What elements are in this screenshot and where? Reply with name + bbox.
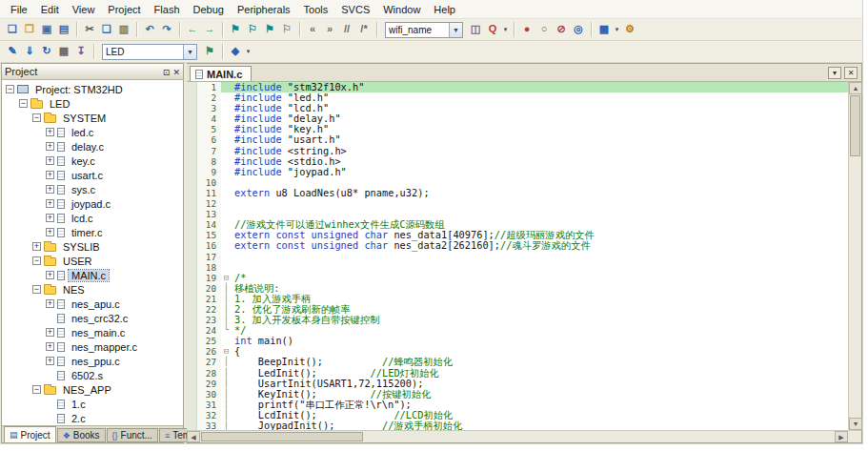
tree-item-6502-s[interactable]: 6502.s (2, 368, 183, 382)
cut-icon[interactable]: ✂ (81, 21, 98, 38)
breakpoint-gutter[interactable] (187, 400, 197, 410)
menu-svcs[interactable]: SVCS (334, 2, 376, 17)
indent-right-icon[interactable]: » (321, 21, 338, 38)
redo-icon[interactable]: ↷ (158, 21, 175, 38)
horizontal-scroll-thumb[interactable] (201, 432, 363, 441)
breakpoint-gutter[interactable] (187, 113, 197, 124)
tree-item-joypad-c[interactable]: +joypad.c (2, 196, 183, 211)
code-text[interactable] (232, 262, 848, 273)
insert-remove-breakpoint-icon[interactable]: ● (518, 21, 535, 38)
code-editor[interactable]: 1#include "stm32f10x.h"2#include "led.h"… (187, 82, 848, 430)
close-icon[interactable]: ✕ (172, 68, 180, 77)
navigate-back-icon[interactable]: ← (184, 21, 201, 38)
code-text[interactable]: JoypadInit(); //游戏手柄初始化 (232, 420, 848, 430)
copy-icon[interactable]: ❑ (98, 21, 115, 38)
tree-item-nes-main-c[interactable]: +nes_main.c (2, 325, 183, 339)
tree-item-led-c[interactable]: +led.c (2, 125, 183, 139)
tree-item-led[interactable]: −LED (2, 96, 183, 111)
expand-icon[interactable]: + (46, 171, 54, 179)
window-layout-icon[interactable]: ▦ (595, 21, 613, 38)
code-text[interactable]: 3. 加入开发板本身自带按键控制 (232, 315, 848, 325)
tree-item-sys-c[interactable]: +sys.c (2, 182, 183, 196)
rebuild-all-icon[interactable]: ↻ (38, 43, 55, 60)
horizontal-scroll-track[interactable] (364, 431, 835, 442)
menu-peripherals[interactable]: Peripherals (231, 2, 297, 17)
tree-item-usart-c[interactable]: +usart.c (2, 168, 183, 182)
manage-run-time-environment-icon[interactable]: ◈ (227, 43, 244, 60)
breakpoint-gutter[interactable] (187, 283, 197, 294)
expand-icon[interactable]: + (46, 214, 54, 222)
expand-icon[interactable]: + (32, 242, 41, 251)
tree-item-nes-apu-c[interactable]: +nes_apu.c (2, 297, 183, 311)
code-text[interactable]: /* (232, 273, 848, 283)
breakpoint-gutter[interactable] (187, 177, 197, 188)
find-icon[interactable]: Q (484, 21, 501, 38)
find-dropdown-icon[interactable]: ▾ (501, 26, 510, 33)
vertical-scrollbar[interactable]: ▲ ▼ (848, 82, 861, 430)
tree-item-delay-c[interactable]: +delay.c (2, 139, 183, 154)
breakpoint-gutter[interactable] (187, 325, 197, 336)
vertical-scroll-thumb[interactable] (850, 95, 860, 156)
breakpoint-gutter[interactable] (187, 410, 197, 420)
scroll-left-icon[interactable]: ◀ (187, 431, 200, 442)
breakpoint-gutter[interactable] (187, 294, 197, 304)
tab-main-c[interactable]: MAIN.c (190, 66, 252, 81)
breakpoint-gutter[interactable] (187, 134, 197, 145)
close-tab-icon[interactable]: ✕ (844, 67, 858, 79)
indent-left-icon[interactable]: « (304, 21, 321, 38)
select-target-input[interactable] (103, 45, 183, 59)
fold-marker[interactable]: ⊟ (221, 346, 232, 357)
horizontal-scrollbar[interactable]: ◀ ▶ (187, 430, 861, 442)
tree-item-nes-app[interactable]: −NES_APP (2, 382, 183, 397)
collapse-icon[interactable]: − (32, 256, 41, 265)
batch-build-icon[interactable]: ▦ (55, 43, 72, 60)
breakpoint-gutter[interactable] (187, 315, 197, 325)
toggle-bookmark-icon[interactable]: ⚑ (227, 21, 244, 38)
breakpoint-gutter[interactable] (187, 357, 197, 367)
code-text[interactable]: */ (232, 325, 848, 336)
collapse-icon[interactable]: − (32, 385, 41, 394)
scroll-up-icon[interactable]: ▲ (849, 82, 862, 94)
select-target-dropdown-icon[interactable]: ▼ (183, 45, 196, 59)
breakpoint-gutter[interactable] (187, 420, 197, 430)
menu-flash[interactable]: Flash (148, 2, 187, 17)
breakpoint-gutter[interactable] (187, 346, 197, 357)
code-text[interactable]: 移植说明: (232, 283, 848, 294)
scroll-down-icon[interactable]: ▼ (849, 418, 862, 430)
tree-item-1-c[interactable]: 1.c (2, 397, 183, 411)
expand-icon[interactable]: + (46, 156, 54, 165)
expand-icon[interactable]: + (46, 271, 54, 279)
tree-item-nes-crc32-c[interactable]: nes_crc32.c (2, 311, 183, 325)
menu-help[interactable]: Help (427, 2, 462, 17)
build-target-icon[interactable]: ⇓ (21, 43, 38, 60)
previous-bookmark-icon[interactable]: ⚐ (244, 21, 261, 38)
uncomment-selection-icon[interactable]: /* (355, 21, 373, 38)
options-for-target-icon[interactable]: ⚑ (201, 43, 218, 60)
translate-file-icon[interactable]: ✎ (4, 43, 21, 60)
code-text[interactable]: extern u8 LoadNes(u8* pname,u32); (232, 188, 848, 198)
configure-tools-icon[interactable]: ⚙ (621, 21, 638, 38)
kill-all-breakpoints-icon[interactable]: ◎ (570, 21, 587, 38)
tree-item-main-c[interactable]: +MAIN.c (2, 268, 183, 282)
expand-icon[interactable]: + (46, 299, 54, 308)
fold-marker[interactable]: ⊟ (221, 273, 232, 283)
breakpoint-gutter[interactable] (187, 368, 197, 379)
breakpoint-gutter[interactable] (187, 389, 197, 400)
breakpoint-gutter[interactable] (187, 336, 197, 346)
manage-run-time-environment-dropdown-icon[interactable]: ▾ (244, 48, 252, 55)
code-text[interactable]: #include "joypad.h" (232, 167, 848, 177)
disable-all-breakpoints-icon[interactable]: ⊘ (553, 21, 570, 38)
breakpoint-gutter[interactable] (187, 252, 197, 262)
expand-icon[interactable]: + (46, 185, 54, 194)
code-text[interactable]: int main() (232, 336, 848, 346)
find-in-files-icon[interactable]: ◫ (467, 21, 484, 38)
open-file-icon[interactable]: ❐ (21, 21, 38, 38)
breakpoint-gutter[interactable] (187, 240, 197, 251)
collapse-icon[interactable]: − (32, 285, 41, 294)
download-to-flash-icon[interactable]: ↧ (72, 43, 90, 60)
breakpoint-gutter[interactable] (187, 379, 197, 389)
expand-icon[interactable]: + (46, 142, 54, 151)
tree-item-nes-ppu-c[interactable]: +nes_ppu.c (2, 354, 183, 368)
breakpoint-gutter[interactable] (187, 230, 197, 240)
collapse-icon[interactable]: − (6, 85, 14, 93)
